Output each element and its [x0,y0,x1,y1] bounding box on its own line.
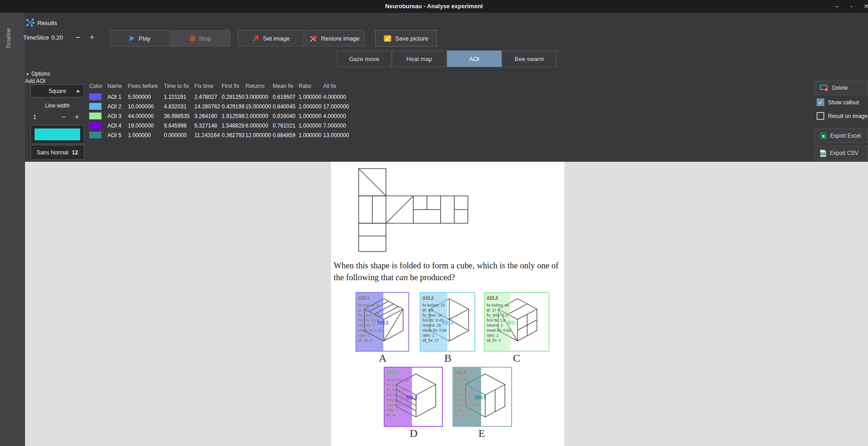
export-csv-button[interactable]: CSV Export CSV [814,146,868,160]
export-csv-label: Export CSV [830,150,858,156]
aoi-color-swatch [89,122,102,129]
column-header[interactable]: All fix [323,83,360,89]
font-name: Sans Normal [37,149,68,156]
aoi-stat-line: mean fix: 0.82 [487,328,511,333]
tab-gaze-move[interactable]: Gaze move [337,51,391,67]
aoi-cell: 0.864859 [273,132,299,138]
show-callout-label: Show callout [828,99,859,106]
maximize-button[interactable]: ▫ [846,3,858,11]
aoi-stat-line: fix before: 10 [422,303,447,308]
aoi-stat-line: ttf: 9.6 [386,383,411,388]
timeslice-value[interactable]: 0.20 [51,34,63,41]
option-a-card: AOI 1 fix before: 5ttf: 1.2fix_time: 2.5… [355,292,409,352]
stop-button[interactable]: Stop [170,30,230,46]
aoi-cell: 1.000000 [128,132,164,138]
shape-dropdown-value: Square [49,88,66,94]
restore-image-label: Restore image [321,35,360,42]
svg-text:CSV: CSV [821,153,825,155]
timeslice-decrease-button[interactable]: − [73,34,83,43]
aoi-cell: 4.000000 [323,94,360,100]
option-e-card: AOI 5 fix before: 1ttf: 0fix_time: 11fir… [452,367,512,427]
tab-heat-map[interactable]: Heat map [392,51,447,67]
aoi-color-swatch [89,132,102,138]
pushpin-icon [252,35,259,42]
aoi-cell: 3.264160 [194,113,222,119]
show-callout-checkbox[interactable]: ✓ [817,98,824,106]
aoi-cell: 17.000000 [323,103,360,110]
line-width-value: 1 [33,114,36,120]
timeslice-increase-button[interactable]: + [87,34,97,43]
aoi-cell: 5.000000 [128,94,164,100]
pushpin-remove-icon [310,35,317,42]
tab-bee-swarm[interactable]: Bee swarm [502,51,557,67]
timeslice-label: TimeSlice [23,34,49,41]
results-header: Results [26,18,57,27]
shape-dropdown[interactable]: Square ▶ [30,84,84,97]
minimize-button[interactable]: – [831,3,843,11]
line-width-decrease-button[interactable]: − [59,113,69,123]
aoi-center-label[interactable]: AOI 2 [442,319,453,324]
result-on-image-row: Result on image [817,112,868,120]
result-on-image-label: Result on image [828,113,868,119]
aoi-color-swatch [89,103,102,110]
table-row[interactable]: AOI 4 19.000000 9.645996 5.327148 1.5488… [86,121,814,130]
options-collapser[interactable]: ▼Options [25,71,50,77]
column-header[interactable]: Fix time [194,83,222,89]
column-header[interactable]: Fixes before [128,83,164,89]
tab-aoi[interactable]: AOI [447,51,502,67]
aoi-center-label[interactable]: AOI 1 [377,319,389,324]
aoi-stat-line: mean fix: 0.84 [422,328,447,333]
aoi-callout: AOI 5 fix before: 1ttf: 0fix_time: 11fir… [455,369,479,418]
aoi-cell: 1.221191 [164,94,194,100]
aoi-center-label[interactable]: AOI 4 [406,394,417,399]
aoi-center-label[interactable]: AOI 3 [507,319,518,324]
result-on-image-checkbox[interactable] [817,112,824,120]
column-header[interactable]: Time to fix [164,83,194,89]
aoi-table-header: ColorNameFixes beforeTime to fixFix time… [86,80,814,92]
restore-image-button[interactable]: Restore image [305,30,365,46]
set-image-button[interactable]: Set image [238,30,304,46]
play-button[interactable]: Play [110,30,169,46]
column-header[interactable]: Returns [245,83,273,89]
aoi-cell: 36.998535 [164,113,194,119]
table-row[interactable]: AOI 2 10.000000 4.832031 14.280762 0.429… [86,102,814,111]
column-header[interactable]: Mean fix [273,83,299,89]
column-header[interactable]: Ratio [299,83,323,89]
svg-text:x: x [822,133,825,138]
play-icon [129,35,135,41]
aoi-stat-line: fix_time: 11 [455,388,479,393]
aoi-center-label[interactable]: AOI 5 [475,394,486,399]
show-callout-row: ✓ Show callout [817,98,859,106]
aoi-cell: 0.840045 [273,103,299,110]
delete-label: Delete [832,85,848,91]
timeline-label[interactable]: Timeline [5,28,12,49]
font-picker[interactable]: Sans Normal 12 [30,145,84,160]
aoi-cell: 2.000000 [245,113,273,119]
save-picture-button[interactable]: Save picture [375,30,437,46]
table-row[interactable]: AOI 5 1.000000 0.000000 11.243164 0.3627… [86,130,814,140]
aoi-stat-line: ttf: 37 [487,308,511,313]
excel-icon: x [820,132,827,139]
aoi-callout: AOI 3 fix before: 44ttf: 37fix_time: 3.3… [487,295,511,343]
column-header[interactable]: Color [89,83,107,89]
line-width-increase-button[interactable]: + [72,113,82,123]
column-header[interactable]: First fix [222,83,245,89]
aoi-name: AOI 3 [107,113,128,119]
cube-net-drawing [358,167,470,253]
export-excel-button[interactable]: x Export Excel [814,128,868,143]
analysis-canvas: When this shape is folded to form a cube… [25,162,868,446]
picture-icon [384,35,391,42]
close-button[interactable]: ✕ [860,3,868,11]
column-header[interactable]: Name [107,83,128,89]
table-row[interactable]: AOI 1 5.000000 1.221191 2.478027 0.28125… [86,92,814,102]
aoi-stat-line: fix_time: 3.3 [487,313,511,318]
aoi-cell: 1.000000 [299,123,323,129]
delete-button[interactable]: Delete [814,81,868,95]
aoi-color-picker[interactable] [30,125,84,144]
table-row[interactable]: AOI 3 44.000000 36.998535 3.264160 1.912… [86,111,814,121]
aoi-stat-line: ratio: 1 [422,333,447,338]
aoi-cell: 5.327148 [194,123,222,129]
set-image-label: Set image [263,35,290,42]
aoi-cell: 12.000000 [245,132,273,138]
stop-icon [190,36,195,41]
